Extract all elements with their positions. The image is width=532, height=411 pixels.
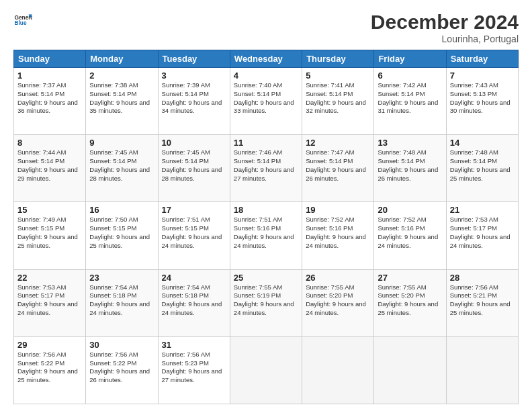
col-friday: Friday xyxy=(374,50,446,68)
table-row: 1 Sunrise: 7:37 AM Sunset: 5:14 PM Dayli… xyxy=(14,68,86,135)
table-row: 6 Sunrise: 7:42 AM Sunset: 5:14 PM Dayli… xyxy=(374,68,446,135)
day-info: Sunrise: 7:37 AM Sunset: 5:14 PM Dayligh… xyxy=(17,81,82,116)
day-number: 20 xyxy=(378,205,442,215)
table-row: 28 Sunrise: 7:56 AM Sunset: 5:21 PM Dayl… xyxy=(446,269,518,336)
table-row: 3 Sunrise: 7:39 AM Sunset: 5:14 PM Dayli… xyxy=(158,68,230,135)
day-info: Sunrise: 7:48 AM Sunset: 5:14 PM Dayligh… xyxy=(378,148,442,183)
calendar-table: Sunday Monday Tuesday Wednesday Thursday… xyxy=(13,50,519,404)
day-number: 9 xyxy=(89,138,154,148)
day-number: 3 xyxy=(162,71,226,81)
table-row: 18 Sunrise: 7:51 AM Sunset: 5:16 PM Dayl… xyxy=(230,202,302,269)
day-info: Sunrise: 7:46 AM Sunset: 5:14 PM Dayligh… xyxy=(234,148,298,183)
day-number: 17 xyxy=(162,205,226,215)
day-info: Sunrise: 7:54 AM Sunset: 5:18 PM Dayligh… xyxy=(89,283,154,318)
page-title: December 2024 xyxy=(371,11,519,34)
col-wednesday: Wednesday xyxy=(230,50,302,68)
table-row: 26 Sunrise: 7:55 AM Sunset: 5:20 PM Dayl… xyxy=(302,269,374,336)
day-info: Sunrise: 7:45 AM Sunset: 5:14 PM Dayligh… xyxy=(89,148,154,183)
col-monday: Monday xyxy=(86,50,158,68)
day-number: 30 xyxy=(89,340,154,350)
table-row: 31 Sunrise: 7:56 AM Sunset: 5:23 PM Dayl… xyxy=(158,336,230,404)
table-row: 17 Sunrise: 7:51 AM Sunset: 5:15 PM Dayl… xyxy=(158,202,230,269)
day-number: 13 xyxy=(378,138,442,148)
table-row: 14 Sunrise: 7:48 AM Sunset: 5:14 PM Dayl… xyxy=(446,135,518,202)
day-number: 25 xyxy=(234,273,298,283)
day-info: Sunrise: 7:41 AM Sunset: 5:14 PM Dayligh… xyxy=(306,81,370,116)
table-row: 15 Sunrise: 7:49 AM Sunset: 5:15 PM Dayl… xyxy=(14,202,86,269)
table-row: 27 Sunrise: 7:55 AM Sunset: 5:20 PM Dayl… xyxy=(374,269,446,336)
table-row: 19 Sunrise: 7:52 AM Sunset: 5:16 PM Dayl… xyxy=(302,202,374,269)
day-info: Sunrise: 7:43 AM Sunset: 5:13 PM Dayligh… xyxy=(450,81,515,116)
day-info: Sunrise: 7:42 AM Sunset: 5:14 PM Dayligh… xyxy=(378,81,442,116)
day-number: 22 xyxy=(17,273,82,283)
day-info: Sunrise: 7:49 AM Sunset: 5:15 PM Dayligh… xyxy=(17,216,82,250)
day-info: Sunrise: 7:51 AM Sunset: 5:15 PM Dayligh… xyxy=(162,216,226,250)
table-row: 24 Sunrise: 7:54 AM Sunset: 5:18 PM Dayl… xyxy=(158,269,230,336)
day-number: 8 xyxy=(17,138,82,148)
day-info: Sunrise: 7:55 AM Sunset: 5:19 PM Dayligh… xyxy=(234,283,298,318)
table-row: 10 Sunrise: 7:45 AM Sunset: 5:14 PM Dayl… xyxy=(158,135,230,202)
table-row: 20 Sunrise: 7:52 AM Sunset: 5:16 PM Dayl… xyxy=(374,202,446,269)
day-info: Sunrise: 7:54 AM Sunset: 5:18 PM Dayligh… xyxy=(162,283,226,318)
logo: General Blue xyxy=(13,11,32,30)
col-tuesday: Tuesday xyxy=(158,50,230,68)
day-number: 10 xyxy=(162,138,226,148)
day-number: 2 xyxy=(89,71,154,81)
calendar-week-row: 1 Sunrise: 7:37 AM Sunset: 5:14 PM Dayli… xyxy=(14,68,519,135)
day-number: 6 xyxy=(378,71,442,81)
day-info: Sunrise: 7:45 AM Sunset: 5:14 PM Dayligh… xyxy=(162,148,226,183)
table-row: 21 Sunrise: 7:53 AM Sunset: 5:17 PM Dayl… xyxy=(446,202,518,269)
day-info: Sunrise: 7:48 AM Sunset: 5:14 PM Dayligh… xyxy=(450,148,515,183)
day-info: Sunrise: 7:52 AM Sunset: 5:16 PM Dayligh… xyxy=(378,216,442,250)
table-row: 5 Sunrise: 7:41 AM Sunset: 5:14 PM Dayli… xyxy=(302,68,374,135)
day-info: Sunrise: 7:44 AM Sunset: 5:14 PM Dayligh… xyxy=(17,148,82,183)
col-sunday: Sunday xyxy=(14,50,86,68)
day-number: 19 xyxy=(306,205,370,215)
title-block: December 2024 Lourinha, Portugal xyxy=(371,11,519,44)
calendar-week-row: 29 Sunrise: 7:56 AM Sunset: 5:22 PM Dayl… xyxy=(14,336,519,404)
day-number: 27 xyxy=(378,273,442,283)
day-number: 7 xyxy=(450,71,515,81)
day-number: 14 xyxy=(450,138,515,148)
day-number: 21 xyxy=(450,205,515,215)
day-number: 1 xyxy=(17,71,82,81)
day-info: Sunrise: 7:53 AM Sunset: 5:17 PM Dayligh… xyxy=(450,216,515,250)
table-row: 16 Sunrise: 7:50 AM Sunset: 5:15 PM Dayl… xyxy=(86,202,158,269)
svg-text:Blue: Blue xyxy=(14,19,26,26)
day-info: Sunrise: 7:50 AM Sunset: 5:15 PM Dayligh… xyxy=(89,216,154,250)
day-number: 18 xyxy=(234,205,298,215)
day-info: Sunrise: 7:52 AM Sunset: 5:16 PM Dayligh… xyxy=(306,216,370,250)
header: General Blue December 2024 Lourinha, Por… xyxy=(13,11,519,44)
day-number: 26 xyxy=(306,273,370,283)
day-info: Sunrise: 7:40 AM Sunset: 5:14 PM Dayligh… xyxy=(234,81,298,116)
day-info: Sunrise: 7:53 AM Sunset: 5:17 PM Dayligh… xyxy=(17,283,82,318)
day-number: 23 xyxy=(89,273,154,283)
table-row: 29 Sunrise: 7:56 AM Sunset: 5:22 PM Dayl… xyxy=(14,336,86,404)
page-subtitle: Lourinha, Portugal xyxy=(371,34,519,44)
table-row: 12 Sunrise: 7:47 AM Sunset: 5:14 PM Dayl… xyxy=(302,135,374,202)
col-thursday: Thursday xyxy=(302,50,374,68)
calendar-week-row: 15 Sunrise: 7:49 AM Sunset: 5:15 PM Dayl… xyxy=(14,202,519,269)
table-row: 8 Sunrise: 7:44 AM Sunset: 5:14 PM Dayli… xyxy=(14,135,86,202)
table-row: 30 Sunrise: 7:56 AM Sunset: 5:22 PM Dayl… xyxy=(86,336,158,404)
day-number: 28 xyxy=(450,273,515,283)
day-number: 31 xyxy=(162,340,226,350)
table-row: 23 Sunrise: 7:54 AM Sunset: 5:18 PM Dayl… xyxy=(86,269,158,336)
day-info: Sunrise: 7:38 AM Sunset: 5:14 PM Dayligh… xyxy=(89,81,154,116)
day-info: Sunrise: 7:56 AM Sunset: 5:22 PM Dayligh… xyxy=(89,351,154,385)
calendar-header-row: Sunday Monday Tuesday Wednesday Thursday… xyxy=(14,50,519,68)
table-row xyxy=(302,336,374,404)
calendar-week-row: 22 Sunrise: 7:53 AM Sunset: 5:17 PM Dayl… xyxy=(14,269,519,336)
table-row: 4 Sunrise: 7:40 AM Sunset: 5:14 PM Dayli… xyxy=(230,68,302,135)
table-row xyxy=(230,336,302,404)
table-row: 2 Sunrise: 7:38 AM Sunset: 5:14 PM Dayli… xyxy=(86,68,158,135)
table-row: 25 Sunrise: 7:55 AM Sunset: 5:19 PM Dayl… xyxy=(230,269,302,336)
day-number: 29 xyxy=(17,340,82,350)
table-row xyxy=(446,336,518,404)
day-number: 16 xyxy=(89,205,154,215)
day-info: Sunrise: 7:56 AM Sunset: 5:21 PM Dayligh… xyxy=(450,283,515,318)
day-number: 4 xyxy=(234,71,298,81)
col-saturday: Saturday xyxy=(446,50,518,68)
day-info: Sunrise: 7:51 AM Sunset: 5:16 PM Dayligh… xyxy=(234,216,298,250)
page: General Blue December 2024 Lourinha, Por… xyxy=(0,0,532,411)
